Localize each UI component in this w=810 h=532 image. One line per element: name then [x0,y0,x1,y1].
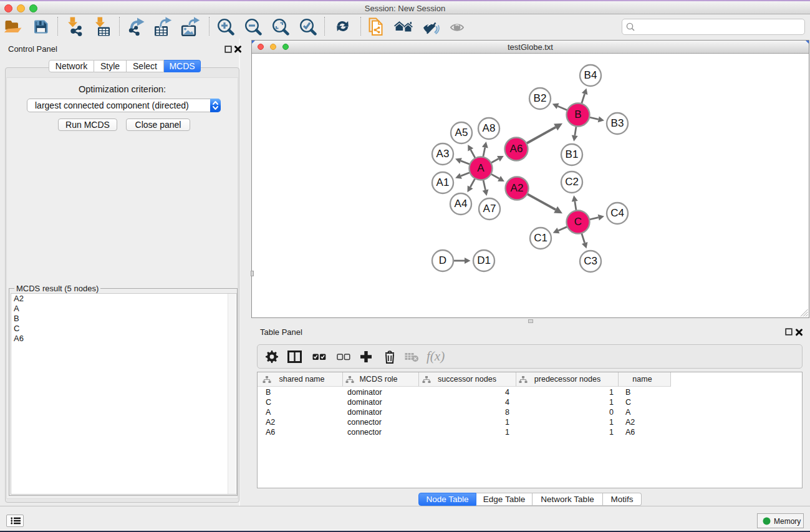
svg-text:C3: C3 [584,255,597,267]
svg-text:D1: D1 [477,254,491,266]
svg-text:B4: B4 [584,69,597,81]
svg-text:A4: A4 [455,198,468,210]
svg-text:C1: C1 [534,232,547,244]
svg-text:A8: A8 [483,122,496,134]
svg-text:A7: A7 [483,203,496,215]
svg-text:A5: A5 [455,127,468,138]
svg-text:A1: A1 [436,177,450,188]
svg-text:A: A [477,162,485,174]
svg-text:A3: A3 [436,148,450,160]
svg-text:C2: C2 [565,176,579,188]
svg-text:D: D [439,254,446,266]
svg-text:B2: B2 [534,92,547,104]
svg-text:C: C [574,216,582,228]
svg-text:B: B [574,109,581,120]
svg-text:A2: A2 [511,182,524,194]
svg-text:B3: B3 [611,117,624,129]
svg-text:A6: A6 [510,143,523,155]
svg-text:C4: C4 [610,207,624,219]
svg-text:B1: B1 [566,148,579,160]
